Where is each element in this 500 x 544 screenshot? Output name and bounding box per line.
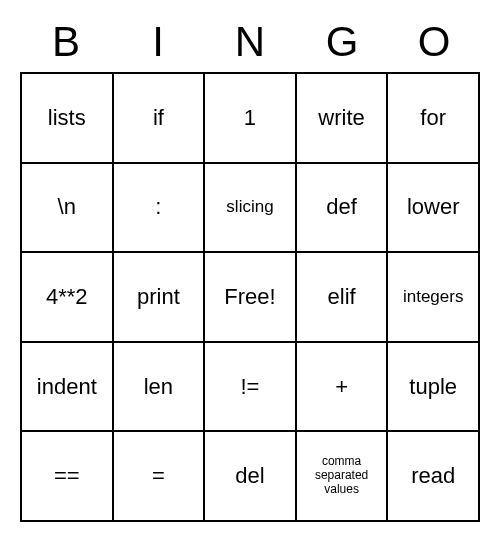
bingo-header: B I N G O bbox=[20, 18, 480, 66]
bingo-cell[interactable]: 4**2 bbox=[21, 252, 113, 342]
bingo-cell[interactable]: indent bbox=[21, 342, 113, 432]
bingo-cell[interactable]: write bbox=[296, 73, 388, 163]
bingo-cell-free[interactable]: Free! bbox=[204, 252, 296, 342]
header-n: N bbox=[204, 18, 296, 66]
bingo-cell[interactable]: : bbox=[113, 163, 205, 253]
header-i: I bbox=[112, 18, 204, 66]
bingo-cell[interactable]: \n bbox=[21, 163, 113, 253]
bingo-cell[interactable]: del bbox=[204, 431, 296, 521]
bingo-card: B I N G O lists if 1 write for \n : slic… bbox=[20, 18, 480, 522]
bingo-cell[interactable]: def bbox=[296, 163, 388, 253]
bingo-cell[interactable]: len bbox=[113, 342, 205, 432]
bingo-cell[interactable]: integers bbox=[387, 252, 479, 342]
bingo-cell[interactable]: for bbox=[387, 73, 479, 163]
bingo-cell[interactable]: if bbox=[113, 73, 205, 163]
header-o: O bbox=[388, 18, 480, 66]
bingo-cell[interactable]: tuple bbox=[387, 342, 479, 432]
bingo-cell[interactable]: comma separated values bbox=[296, 431, 388, 521]
bingo-cell[interactable]: != bbox=[204, 342, 296, 432]
header-g: G bbox=[296, 18, 388, 66]
bingo-cell[interactable]: == bbox=[21, 431, 113, 521]
bingo-cell[interactable]: 1 bbox=[204, 73, 296, 163]
header-b: B bbox=[20, 18, 112, 66]
bingo-cell[interactable]: lower bbox=[387, 163, 479, 253]
bingo-cell[interactable]: print bbox=[113, 252, 205, 342]
bingo-cell[interactable]: lists bbox=[21, 73, 113, 163]
bingo-cell[interactable]: elif bbox=[296, 252, 388, 342]
bingo-cell[interactable]: = bbox=[113, 431, 205, 521]
bingo-cell[interactable]: read bbox=[387, 431, 479, 521]
bingo-cell[interactable]: + bbox=[296, 342, 388, 432]
bingo-cell[interactable]: slicing bbox=[204, 163, 296, 253]
bingo-grid: lists if 1 write for \n : slicing def lo… bbox=[20, 72, 480, 522]
